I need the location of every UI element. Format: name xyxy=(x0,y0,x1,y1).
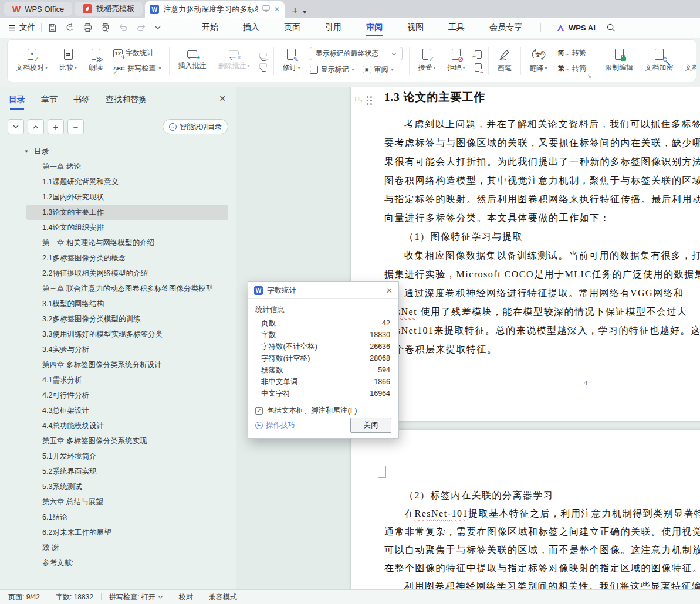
spellcheck-toggle[interactable]: 拼写检查: 打开 xyxy=(109,592,163,602)
sidebar-tab[interactable]: 章节 xyxy=(41,94,58,110)
close-button[interactable]: 关闭 xyxy=(350,418,391,433)
print-preview-icon[interactable] xyxy=(100,23,110,33)
undo-icon[interactable] xyxy=(118,23,128,32)
to-simplified-button[interactable]: 繁→ 转简 xyxy=(558,63,586,73)
search-icon[interactable] xyxy=(606,23,616,32)
markup-state-dropdown[interactable]: 显示标记的最终状态 xyxy=(310,47,403,60)
group-dialog-launcher-icon[interactable]: ↘ xyxy=(587,73,592,79)
toc-item[interactable]: 第五章 多标签图像分类系统实现 xyxy=(26,433,228,449)
toc-item[interactable]: 3.2多标签图像分类模型的训练 xyxy=(26,311,228,327)
next-comment-icon[interactable]: → xyxy=(259,63,267,69)
compare-button[interactable]: ⇄ 比较▾ xyxy=(53,49,83,73)
toc-item[interactable]: 5.3系统测试 xyxy=(26,479,228,494)
pen-button[interactable]: 画笔 xyxy=(492,49,518,73)
ribbon-tab[interactable]: 引用 xyxy=(313,18,354,38)
reject-change-button[interactable]: ⊘ 拒绝▾ xyxy=(442,49,471,73)
tab-wps-home[interactable]: W WPS Office xyxy=(4,2,72,16)
wps-ai-button[interactable]: WPS AI xyxy=(556,23,596,32)
heading-level-marker[interactable]: H₂ xyxy=(354,94,368,104)
previous-comment-icon[interactable]: ← xyxy=(259,53,267,59)
show-markup-button[interactable]: ▭ 显示标记▾ xyxy=(310,65,354,74)
toc-item[interactable]: 4.3总框架设计 xyxy=(26,403,228,418)
close-sidebar-icon[interactable]: ✕ xyxy=(219,94,226,103)
next-change-icon[interactable]: → xyxy=(475,63,482,72)
redo-icon[interactable] xyxy=(136,23,147,32)
toc-item[interactable]: 1.4论文的组织安排 xyxy=(26,220,228,235)
restrict-editing-button[interactable]: 限制编辑 xyxy=(599,49,639,73)
toc-item[interactable]: 致 谢 xyxy=(26,540,228,555)
accept-change-button[interactable]: ✓ 接受▾ xyxy=(412,49,442,73)
read-aloud-button[interactable]: ≫ 朗读 xyxy=(83,49,109,73)
document-page-4[interactable]: H₂ 1.3 论文的主要工作 考虑到以上问题，并在了解相关论文资料后，我们可以抓… xyxy=(351,87,700,421)
document-page-5[interactable]: （2）标签内在关联的分离器学习在ResNet-101提取基本特征之后，利用注意力… xyxy=(351,430,700,589)
sidebar-tab[interactable]: 查找和替换 xyxy=(106,94,147,110)
review-pane-button[interactable]: ▣ 审阅▾ xyxy=(363,65,394,74)
proofing-button[interactable]: 校对 xyxy=(179,592,193,602)
toc-item[interactable]: 4.4总功能模块设计 xyxy=(26,418,228,433)
toc-item[interactable]: 3.3使用训练好的模型实现多标签分类 xyxy=(26,327,228,342)
ribbon-tab[interactable]: 审阅 xyxy=(354,18,395,38)
zoom-in-toc-button[interactable]: + xyxy=(48,119,64,134)
toc-item[interactable]: 参考文献: xyxy=(26,555,228,571)
export-icon[interactable] xyxy=(65,23,75,33)
smart-toc-button[interactable]: 智能识别目录 xyxy=(163,119,228,134)
toc-item[interactable]: 4.1需求分析 xyxy=(26,372,228,388)
ribbon-tab[interactable]: 插入 xyxy=(231,18,272,38)
toc-root[interactable]: ▼ 目录 xyxy=(0,144,236,159)
word-count-indicator[interactable]: 字数: 18832 xyxy=(56,592,93,602)
new-tab-button[interactable]: + xyxy=(292,5,298,16)
translate-button[interactable]: 文 A 翻译▾ xyxy=(524,49,553,73)
toc-item[interactable]: 3.1模型的网络结构 xyxy=(26,296,228,311)
toc-item[interactable]: 1.2国内外研究现状 xyxy=(26,189,228,205)
dialog-titlebar[interactable]: W 字数统计 ✕ xyxy=(248,282,398,299)
toc-item[interactable]: 4.2可行性分析 xyxy=(26,388,228,403)
ribbon-tab[interactable]: 工具 xyxy=(436,18,477,38)
toc-item[interactable]: 第六章 总结与展望 xyxy=(26,494,228,510)
ribbon-tab[interactable]: 会员专享 xyxy=(477,18,535,38)
include-textboxes-checkbox[interactable]: ✓ 包括文本框、脚注和尾注(F) xyxy=(255,406,391,416)
toc-item[interactable]: 第一章 绪论 xyxy=(26,159,228,174)
previous-change-icon[interactable]: ← xyxy=(475,50,482,59)
collapse-all-button[interactable] xyxy=(28,119,44,134)
toc-item[interactable]: 1.3论文的主要工作 xyxy=(26,205,228,220)
tab-docer-templates[interactable]: 找稻壳模板 xyxy=(75,2,143,16)
checkbox-checked-icon[interactable]: ✓ xyxy=(255,407,263,415)
toc-item[interactable]: 第三章 联合注意力的动态图卷积多标签图像分类模型 xyxy=(26,281,228,296)
page-indicator[interactable]: 页面: 9/42 xyxy=(8,592,40,602)
toc-item[interactable]: 第二章 相关理论与网络模型的介绍 xyxy=(26,235,228,250)
spell-check-button[interactable]: ABC✓ 拼写检查▾ xyxy=(113,63,161,73)
ribbon-tab[interactable]: 开始 xyxy=(190,18,231,38)
toc-item[interactable]: 5.2系统界面实现 xyxy=(26,464,228,479)
sidebar-tab[interactable]: 书签 xyxy=(73,94,90,110)
toc-item[interactable]: 5.1开发环境简介 xyxy=(26,449,228,464)
toc-item[interactable]: 2.2特征提取相关网络模型的介绍 xyxy=(26,266,228,281)
drag-handle-icon[interactable] xyxy=(367,96,368,98)
ribbon-tab[interactable]: 页面 xyxy=(272,18,313,38)
track-changes-button[interactable]: ✎ 修订▾ xyxy=(277,49,306,73)
tab-document[interactable]: W 注意力驱动深度学习的多标签图 ✕ xyxy=(145,1,285,18)
tab-list-chevron-icon[interactable]: ▼ xyxy=(302,9,307,15)
toc-item[interactable]: 1.1课题研究背景和意义 xyxy=(26,174,228,189)
insert-comment-button[interactable]: + 插入批注 xyxy=(173,50,212,71)
zoom-out-toc-button[interactable]: − xyxy=(67,119,84,134)
encrypt-document-button[interactable]: 文档加密 xyxy=(639,49,679,73)
toc-item[interactable]: 第四章 多标签图像分类系统分析设计 xyxy=(26,357,228,372)
finalize-document-button[interactable]: ✓ 文档定稿▾ xyxy=(679,49,696,73)
to-traditional-button[interactable]: 简→ 转繁 xyxy=(558,48,586,58)
expand-all-button[interactable] xyxy=(8,119,24,134)
share-screen-icon[interactable] xyxy=(262,5,270,13)
compatibility-mode-badge[interactable]: 兼容模式 xyxy=(209,592,237,602)
delete-comment-button[interactable]: ✕ 删除批注▾ xyxy=(212,50,256,71)
tips-link[interactable]: ▶ 操作技巧 xyxy=(255,420,295,430)
toc-item[interactable]: 2.1多标签图像分类的概念 xyxy=(26,250,228,266)
doc-proofing-button[interactable]: a✓ 文档校对▾ xyxy=(10,49,53,73)
close-dialog-icon[interactable]: ✕ xyxy=(386,286,393,295)
collapse-triangle-icon[interactable]: ▼ xyxy=(24,149,29,154)
print-icon[interactable] xyxy=(83,23,93,33)
close-tab-icon[interactable]: ✕ xyxy=(274,5,280,13)
save-icon[interactable] xyxy=(48,23,58,33)
file-menu-button[interactable]: 文件 xyxy=(8,22,35,33)
toc-item[interactable]: 6.1结论 xyxy=(26,510,228,525)
ribbon-tab[interactable]: 视图 xyxy=(395,18,436,38)
sidebar-tab[interactable]: 目录 xyxy=(9,94,25,110)
